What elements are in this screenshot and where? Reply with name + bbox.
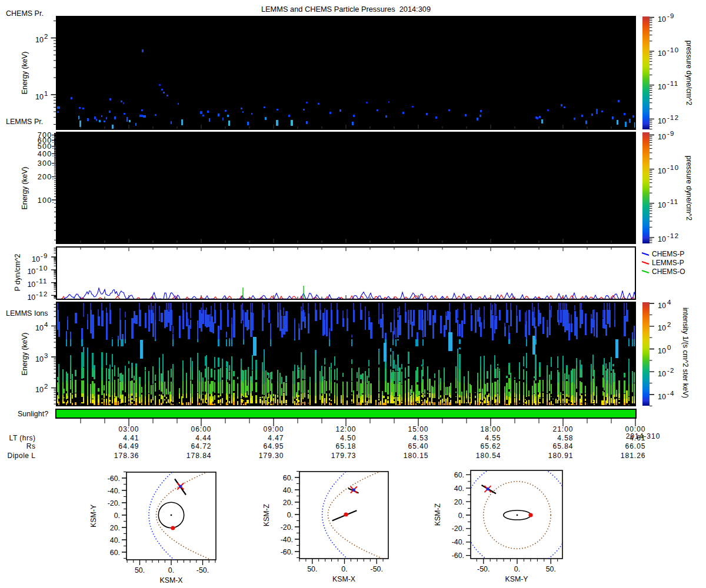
svg-text:18:00: 18:00 [480, 425, 501, 433]
svg-text:CHEMS-P: CHEMS-P [652, 250, 684, 258]
svg-text:180.91: 180.91 [548, 452, 574, 460]
svg-text:-4: -4 [667, 390, 675, 397]
svg-text:-12: -12 [667, 232, 679, 239]
svg-text:180.15: 180.15 [404, 452, 429, 460]
svg-text:0.: 0. [114, 512, 120, 520]
svg-text:09:00: 09:00 [263, 425, 284, 433]
svg-text:10: 10 [27, 268, 35, 276]
svg-text:4.55: 4.55 [485, 434, 501, 442]
svg-text:4.44: 4.44 [195, 434, 211, 442]
svg-text:intensity 1/(s cm^2 ster keV): intensity 1/(s cm^2 ster keV) [681, 308, 690, 398]
svg-text:CHEMS-O: CHEMS-O [652, 268, 685, 276]
svg-text:-11: -11 [36, 278, 47, 285]
svg-text:4: 4 [667, 299, 672, 306]
svg-text:4.58: 4.58 [557, 434, 573, 442]
svg-text:06:00: 06:00 [191, 425, 211, 433]
svg-text:10: 10 [658, 347, 666, 355]
svg-text:10: 10 [658, 133, 666, 141]
svg-text:50.: 50. [135, 566, 145, 574]
svg-text:-60.: -60. [108, 475, 120, 483]
svg-text:21:00: 21:00 [552, 425, 573, 433]
svg-text:10: 10 [658, 324, 666, 332]
svg-text:-12: -12 [667, 114, 679, 121]
svg-text:-9: -9 [667, 130, 675, 137]
svg-text:-50.: -50. [197, 566, 209, 574]
svg-text:-10: -10 [36, 265, 48, 272]
svg-text:4.41: 4.41 [123, 434, 139, 442]
svg-text:4.47: 4.47 [268, 434, 284, 442]
svg-text:KSM-Y: KSM-Y [89, 505, 98, 527]
svg-text:10: 10 [658, 235, 666, 243]
svg-text:3: 3 [44, 352, 49, 359]
svg-text:-20.: -20. [281, 523, 293, 532]
svg-text:50.: 50. [307, 565, 317, 573]
svg-text:60.: 60. [454, 471, 464, 479]
svg-text:pressure dyne/cm^2: pressure dyne/cm^2 [685, 41, 693, 106]
svg-text:178.84: 178.84 [187, 452, 212, 460]
svg-text:KSM-X: KSM-X [160, 576, 183, 584]
svg-text:40.: 40. [454, 485, 464, 493]
svg-text:400.: 400. [38, 150, 55, 158]
svg-text:15:00: 15:00 [408, 425, 428, 433]
svg-text:180.54: 180.54 [476, 452, 501, 460]
svg-text:4: 4 [44, 321, 49, 328]
svg-text:pressure dyne/cm^2: pressure dyne/cm^2 [685, 156, 693, 221]
svg-text:40.: 40. [110, 536, 120, 544]
svg-text:10: 10 [658, 370, 666, 378]
svg-text:179.30: 179.30 [259, 452, 284, 460]
svg-text:20.: 20. [454, 498, 464, 506]
svg-text:-50.: -50. [477, 565, 489, 573]
svg-text:700.: 700. [38, 131, 55, 139]
svg-text:0: 0 [667, 344, 672, 351]
svg-text:65.18: 65.18 [335, 442, 356, 450]
svg-text:10: 10 [658, 83, 666, 91]
svg-text:0.: 0. [514, 565, 520, 573]
svg-text:20.: 20. [283, 499, 293, 507]
svg-text:10: 10 [35, 386, 44, 394]
svg-text:Energy (keV): Energy (keV) [21, 52, 29, 95]
svg-text:60.: 60. [283, 474, 293, 482]
svg-text:200.: 200. [38, 173, 55, 181]
svg-text:10: 10 [658, 302, 666, 310]
svg-text:10: 10 [35, 324, 44, 332]
svg-text:60.: 60. [110, 549, 120, 557]
svg-text:-50.: -50. [371, 565, 383, 573]
svg-text:66.05: 66.05 [625, 442, 645, 450]
svg-text:-10: -10 [667, 46, 679, 54]
svg-text:KSM-Z: KSM-Z [262, 503, 271, 526]
svg-text:Sunlight?: Sunlight? [18, 410, 48, 418]
svg-text:40.: 40. [283, 486, 293, 495]
svg-text:10: 10 [658, 117, 666, 125]
svg-text:0.: 0. [168, 566, 174, 574]
svg-text:-2: -2 [667, 367, 675, 374]
svg-text:-12: -12 [36, 290, 48, 298]
svg-text:10: 10 [658, 167, 666, 175]
svg-text:0.: 0. [458, 512, 464, 520]
svg-text:2: 2 [667, 321, 672, 328]
svg-text:4.50: 4.50 [340, 434, 356, 442]
svg-text:Dipole L: Dipole L [7, 452, 35, 460]
svg-text:64.72: 64.72 [191, 442, 211, 450]
svg-text:64.95: 64.95 [263, 442, 284, 450]
svg-text:-11: -11 [667, 80, 678, 87]
svg-text:-9: -9 [41, 252, 48, 259]
svg-text:300.: 300. [38, 159, 55, 168]
svg-text:-60.: -60. [452, 552, 464, 560]
svg-text:65.84: 65.84 [552, 442, 573, 450]
svg-text:03:00: 03:00 [118, 425, 139, 433]
svg-text:0.: 0. [341, 565, 347, 573]
svg-text:181.26: 181.26 [621, 452, 646, 460]
svg-text:50.: 50. [546, 565, 556, 573]
svg-text:65.40: 65.40 [408, 442, 428, 450]
svg-text:10: 10 [35, 36, 44, 44]
svg-text:P dyn/cm^2: P dyn/cm^2 [14, 254, 22, 292]
svg-text:10: 10 [658, 15, 666, 24]
svg-text:10: 10 [32, 255, 40, 263]
svg-text:179.73: 179.73 [331, 452, 357, 460]
svg-text:-10: -10 [667, 164, 679, 171]
svg-text:-60.: -60. [281, 548, 293, 556]
svg-text:0.: 0. [287, 511, 293, 519]
svg-text:CHEMS Pr.: CHEMS Pr. [6, 9, 44, 18]
svg-text:20.: 20. [110, 524, 120, 532]
svg-text:-11: -11 [667, 198, 678, 205]
